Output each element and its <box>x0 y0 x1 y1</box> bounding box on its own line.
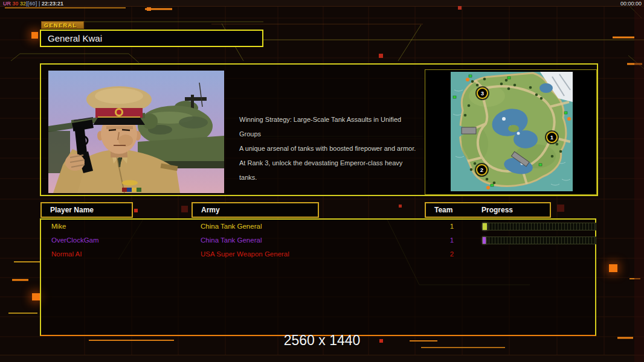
player-army: China Tank General <box>201 223 262 230</box>
player-name: Normal AI <box>51 250 82 258</box>
right-edge-shade <box>634 0 644 362</box>
debug-overlay: UR 30 32|[60] | 22:23:21 <box>3 1 63 7</box>
debug-segment: 22:23:21 <box>42 1 63 7</box>
decor-square <box>557 205 564 212</box>
player-name: OverClockGam <box>51 237 99 244</box>
decor-square <box>31 32 38 39</box>
header-progress: Progress <box>481 203 513 217</box>
decor-square <box>399 205 402 208</box>
debug-segment: |[60] | <box>26 1 42 7</box>
player-army: China Tank General <box>201 237 262 244</box>
progress-fill <box>483 223 487 230</box>
progress-bar <box>482 223 596 230</box>
player-row: Mike China Tank General 1 <box>41 221 595 234</box>
loading-screen: UR 30 32|[60] | 22:23:21 00:00:00 GENERA… <box>0 0 644 362</box>
decor-square <box>147 7 151 11</box>
player-row: Normal AI USA Super Weapon General 2 <box>41 249 595 262</box>
briefing-line: Winning Strategy: Large-Scale Tank Assau… <box>239 112 420 141</box>
decor-square <box>609 264 617 272</box>
player-team: 2 <box>445 250 459 258</box>
decor-square <box>181 206 188 212</box>
player-list-panel: Mike China Tank General 1 OverClockGam C… <box>40 218 596 336</box>
player-name: Mike <box>51 223 66 230</box>
decor-square <box>458 6 462 10</box>
briefing-line: At Rank 3, unlock the devastating Empero… <box>239 156 420 185</box>
header-player-name: Player Name <box>40 202 133 218</box>
map-marker: 3 <box>477 87 488 99</box>
map-marker: 2 <box>476 164 488 176</box>
briefing-line: A unique arsenal of tanks with boosted f… <box>239 141 420 156</box>
general-tab-label: GENERAL <box>41 21 84 29</box>
strategy-briefing: Winning Strategy: Large-Scale Tank Assau… <box>239 112 420 185</box>
resolution-label: 2560 x 1440 <box>0 332 644 349</box>
match-timer: 00:00:00 <box>620 1 642 7</box>
progress-bar <box>482 237 596 244</box>
header-team-progress: Team Progress <box>425 202 551 218</box>
progress-fill <box>483 237 486 244</box>
debug-segment: 30 <box>13 1 21 7</box>
decor-square <box>134 209 138 212</box>
debug-segment: UR <box>3 1 13 7</box>
general-name-box: General Kwai <box>40 30 263 47</box>
header-team: Team <box>434 203 452 217</box>
player-team: 1 <box>445 223 459 230</box>
map-preview-frame: 3 1 2 <box>425 69 597 195</box>
header-army: Army <box>192 202 319 218</box>
map-marker: 1 <box>546 132 558 143</box>
debug-segment: 32 <box>20 1 26 7</box>
player-army: USA Super Weapon General <box>201 250 289 258</box>
decor-square <box>32 293 40 300</box>
general-portrait <box>48 71 224 193</box>
top-status-strip <box>0 0 644 7</box>
player-team: 1 <box>445 237 459 244</box>
player-row: OverClockGam China Tank General 1 <box>41 235 595 248</box>
decor-square <box>379 54 383 58</box>
map-preview-image: 3 1 2 <box>451 72 573 191</box>
bottom-strip <box>0 355 644 362</box>
